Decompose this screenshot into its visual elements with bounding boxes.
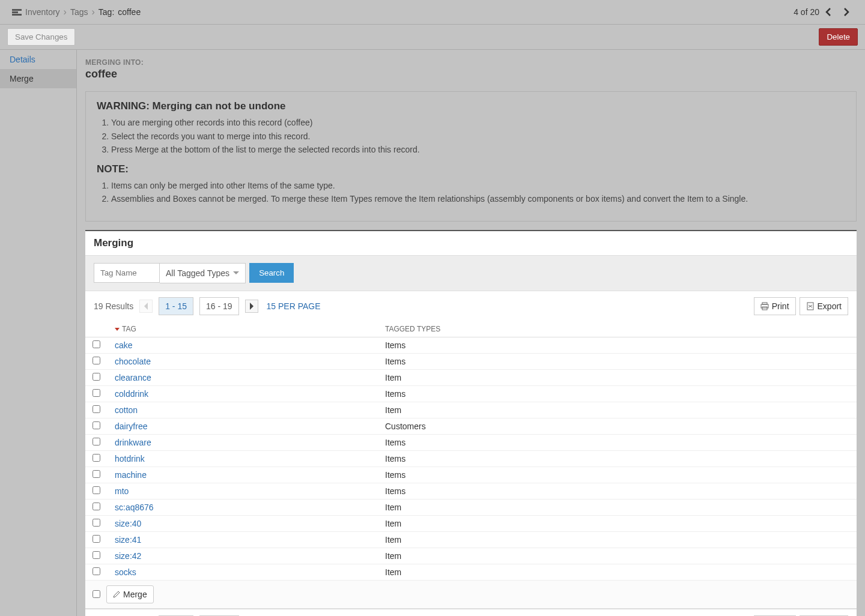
merge-target: coffee bbox=[85, 68, 857, 80]
page-header: Inventory › Tags › Tag: coffee 4 of 20 bbox=[0, 0, 865, 25]
merging-panel: Merging All Tagged Types Search 19 Resul… bbox=[85, 230, 857, 616]
search-button[interactable]: Search bbox=[249, 263, 294, 283]
row-checkbox[interactable] bbox=[93, 421, 100, 429]
col-types[interactable]: TAGGED TYPES bbox=[378, 321, 857, 337]
print-icon bbox=[760, 302, 769, 310]
results-count: 19 Results bbox=[94, 301, 133, 311]
tagged-types-cell: Items bbox=[378, 467, 857, 483]
row-checkbox[interactable] bbox=[93, 405, 100, 413]
tag-link[interactable]: drinkware bbox=[115, 438, 151, 447]
tag-link[interactable]: hotdrink bbox=[115, 454, 145, 464]
tagged-types-select[interactable]: All Tagged Types bbox=[160, 263, 246, 283]
per-page-link[interactable]: 15 PER PAGE bbox=[267, 301, 321, 311]
sidebar-item-details[interactable]: Details bbox=[0, 50, 76, 69]
pagination-bottom: 19 Results 1 - 15 16 - 19 15 PER PAGE Pr… bbox=[85, 609, 857, 616]
merge-button-label: Merge bbox=[123, 590, 147, 599]
tag-link[interactable]: clearance bbox=[115, 373, 151, 382]
tag-link[interactable]: size:41 bbox=[115, 535, 141, 545]
col-tag[interactable]: TAG bbox=[108, 321, 378, 337]
table-row: clearanceItem bbox=[85, 369, 857, 385]
row-checkbox[interactable] bbox=[93, 357, 100, 364]
merge-button[interactable]: Merge bbox=[106, 585, 154, 603]
pencil-icon bbox=[113, 591, 120, 598]
sidebar: Details Merge bbox=[0, 50, 77, 616]
note-title: NOTE: bbox=[97, 163, 845, 175]
tagged-types-cell: Items bbox=[378, 337, 857, 353]
tagged-types-cell: Items bbox=[378, 483, 857, 499]
tags-table: TAG TAGGED TYPES cakeItemschocolateItems… bbox=[85, 321, 857, 581]
tagged-types-cell: Items bbox=[378, 434, 857, 450]
row-checkbox[interactable] bbox=[93, 486, 100, 494]
row-checkbox[interactable] bbox=[93, 454, 100, 462]
row-checkbox[interactable] bbox=[93, 389, 100, 397]
row-checkbox[interactable] bbox=[93, 567, 100, 575]
export-icon bbox=[806, 302, 815, 310]
row-checkbox[interactable] bbox=[93, 373, 100, 381]
sidebar-item-merge[interactable]: Merge bbox=[0, 69, 76, 88]
page-range-1[interactable]: 1 - 15 bbox=[159, 297, 193, 315]
tag-link[interactable]: size:40 bbox=[115, 519, 141, 528]
tagged-types-cell: Item bbox=[378, 548, 857, 564]
breadcrumb-root[interactable]: Inventory bbox=[25, 7, 60, 17]
table-row: drinkwareItems bbox=[85, 434, 857, 450]
chevron-right-icon: › bbox=[92, 7, 95, 17]
breadcrumb-mid[interactable]: Tags bbox=[70, 7, 88, 17]
tag-link[interactable]: dairyfree bbox=[115, 421, 147, 431]
row-checkbox[interactable] bbox=[93, 340, 100, 348]
page-next-button[interactable] bbox=[245, 300, 258, 313]
col-check bbox=[85, 321, 108, 337]
save-button[interactable]: Save Changes bbox=[7, 28, 75, 46]
pagination-top: 19 Results 1 - 15 16 - 19 15 PER PAGE Pr… bbox=[85, 291, 857, 321]
tagged-types-cell: Item bbox=[378, 564, 857, 580]
delete-button[interactable]: Delete bbox=[819, 28, 858, 46]
export-button[interactable]: Export bbox=[800, 297, 848, 315]
table-row: mtoItems bbox=[85, 483, 857, 499]
warning-box: WARNING: Merging can not be undone You a… bbox=[85, 91, 857, 222]
tag-link[interactable]: sc:aq8676 bbox=[115, 503, 154, 512]
tag-link[interactable]: mto bbox=[115, 486, 129, 496]
note-item: Items can only be merged into other Item… bbox=[111, 180, 845, 192]
row-checkbox[interactable] bbox=[93, 535, 100, 543]
note-list: Items can only be merged into other Item… bbox=[111, 180, 845, 205]
page-prev-button[interactable] bbox=[139, 300, 153, 313]
table-row: dairyfreeCustomers bbox=[85, 418, 857, 434]
warning-list: You are merging other records into this … bbox=[111, 117, 845, 156]
pager-prev-button[interactable] bbox=[822, 5, 836, 19]
tag-name-input[interactable] bbox=[94, 263, 160, 283]
breadcrumb-current: coffee bbox=[118, 7, 141, 17]
select-label: All Tagged Types bbox=[166, 268, 229, 278]
page-body: Details Merge MERGING INTO: coffee WARNI… bbox=[0, 50, 865, 616]
tag-link[interactable]: machine bbox=[115, 470, 147, 480]
content: MERGING INTO: coffee WARNING: Merging ca… bbox=[77, 50, 865, 616]
toolbar: Save Changes Delete bbox=[0, 25, 865, 50]
inventory-icon bbox=[12, 8, 22, 16]
select-all-checkbox[interactable] bbox=[93, 590, 100, 598]
pager-next-button[interactable] bbox=[839, 5, 853, 19]
tag-link[interactable]: size:42 bbox=[115, 551, 141, 561]
row-checkbox[interactable] bbox=[93, 551, 100, 559]
pager-text: 4 of 20 bbox=[794, 7, 819, 17]
tag-link[interactable]: cotton bbox=[115, 405, 138, 415]
table-row: size:41Item bbox=[85, 531, 857, 548]
tagged-types-cell: Item bbox=[378, 499, 857, 515]
svg-rect-1 bbox=[12, 11, 18, 13]
svg-rect-0 bbox=[12, 9, 22, 11]
row-checkbox[interactable] bbox=[93, 470, 100, 478]
table-row: socksItem bbox=[85, 564, 857, 580]
page-range-2[interactable]: 16 - 19 bbox=[199, 297, 239, 315]
table-row: sc:aq8676Item bbox=[85, 499, 857, 515]
tag-link[interactable]: cake bbox=[115, 340, 133, 350]
tag-link[interactable]: colddrink bbox=[115, 389, 148, 399]
tag-link[interactable]: socks bbox=[115, 567, 136, 577]
table-row: size:40Item bbox=[85, 515, 857, 531]
export-label: Export bbox=[818, 301, 842, 311]
print-button[interactable]: Print bbox=[754, 297, 796, 315]
tag-link[interactable]: chocolate bbox=[115, 357, 151, 366]
row-checkbox[interactable] bbox=[93, 503, 100, 510]
row-checkbox[interactable] bbox=[93, 519, 100, 527]
row-checkbox[interactable] bbox=[93, 438, 100, 445]
record-pager: 4 of 20 bbox=[794, 5, 853, 19]
tagged-types-cell: Item bbox=[378, 369, 857, 385]
breadcrumb-prefix: Tag: bbox=[99, 7, 114, 17]
tagged-types-cell: Customers bbox=[378, 418, 857, 434]
